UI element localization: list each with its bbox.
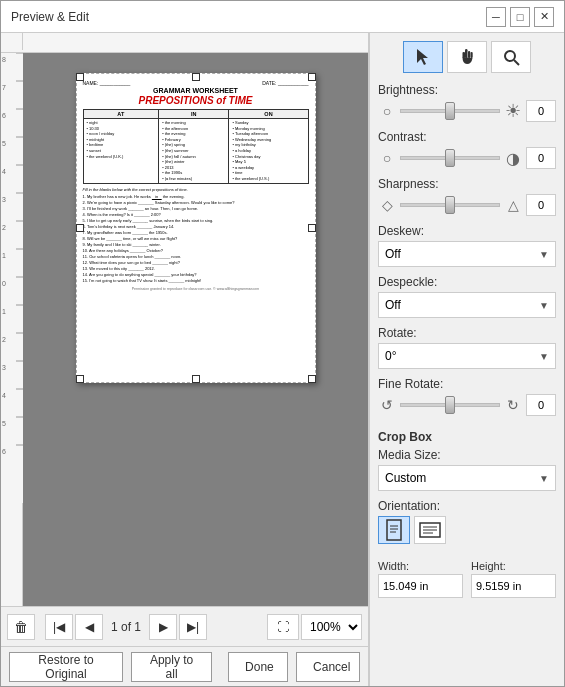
in-column: • the morning• the afternoon• the evenin… [159, 119, 229, 184]
deskew-arrow-icon: ▼ [539, 249, 549, 260]
deskew-select[interactable]: Off ▼ [378, 241, 556, 267]
apply-all-button[interactable]: Apply to all [131, 652, 212, 682]
ruler-horizontal: 0 1 2 3 4 5 6 7 [1, 33, 368, 53]
contrast-slider[interactable] [400, 156, 500, 160]
despeckle-arrow-icon: ▼ [539, 300, 549, 311]
crop-handle-tm[interactable] [192, 73, 200, 81]
brightness-slider[interactable] [400, 109, 500, 113]
done-button[interactable]: Done [228, 652, 288, 682]
ruler-corner [1, 33, 23, 50]
crop-box-header: Crop Box [378, 430, 556, 444]
tool-row [378, 41, 556, 73]
media-size-select[interactable]: Custom ▼ [378, 465, 556, 491]
rotate-value: 0° [385, 349, 396, 363]
prev-page-button[interactable]: ◀ [75, 614, 103, 640]
brightness-slider-container [400, 102, 500, 120]
svg-text:2: 2 [2, 336, 6, 343]
worksheet-table: AT IN ON • night• 10:30• noon / midday• … [83, 109, 309, 184]
close-button[interactable]: ✕ [534, 7, 554, 27]
sharpness-slider[interactable] [400, 203, 500, 207]
crop-handle-br[interactable] [308, 375, 316, 383]
svg-text:5: 5 [2, 420, 6, 427]
last-page-button[interactable]: ▶| [179, 614, 207, 640]
contrast-high-icon: ◑ [504, 149, 522, 168]
landscape-button[interactable] [414, 516, 446, 544]
crop-handle-bl[interactable] [76, 375, 84, 383]
height-input[interactable] [471, 574, 556, 598]
despeckle-label: Despeckle: [378, 275, 556, 289]
brightness-control: Brightness: ○ ☀ 0 [378, 83, 556, 122]
media-size-label: Media Size: [378, 448, 556, 462]
deskew-label: Deskew: [378, 224, 556, 238]
delete-button[interactable]: 🗑 [7, 614, 35, 640]
svg-rect-64 [468, 51, 470, 58]
zoom-select[interactable]: 100% 75% 50% 150% [301, 614, 362, 640]
rotate-select[interactable]: 0° ▼ [378, 343, 556, 369]
svg-text:5: 5 [2, 140, 6, 147]
ruler-v-svg: 8 7 6 5 4 3 2 1 [1, 53, 23, 503]
contrast-value: 0 [526, 147, 556, 169]
orientation-buttons [378, 516, 556, 544]
sharpness-value: 0 [526, 194, 556, 216]
width-input[interactable] [378, 574, 463, 598]
minimize-button[interactable]: ─ [486, 7, 506, 27]
svg-text:4: 4 [2, 392, 6, 399]
action-bar: Restore to Original Apply to all Done Ca… [1, 646, 368, 686]
brightness-high-icon: ☀ [504, 100, 522, 122]
crop-handle-ml[interactable] [76, 224, 84, 232]
fine-rotate-cw-icon: ↻ [504, 397, 522, 413]
crop-handle-tr[interactable] [308, 73, 316, 81]
fit-page-button[interactable]: ⛶ [267, 614, 299, 640]
search-tool-button[interactable] [491, 41, 531, 73]
hand-tool-button[interactable] [447, 41, 487, 73]
contrast-low-icon: ○ [378, 150, 396, 166]
contrast-control: Contrast: ○ ◑ 0 [378, 130, 556, 169]
worksheet-subtitle: GRAMMAR WORKSHEET [83, 87, 309, 94]
fill-exercises: 1. My brother has a new job. He works in… [83, 194, 309, 284]
crop-handle-tl[interactable] [76, 73, 84, 81]
fine-rotate-slider[interactable] [400, 403, 500, 407]
media-size-control: Media Size: Custom ▼ [378, 448, 556, 491]
orientation-label: Orientation: [378, 499, 556, 513]
despeckle-control: Despeckle: Off ▼ [378, 275, 556, 318]
brightness-label: Brightness: [378, 83, 556, 97]
contrast-label: Contrast: [378, 130, 556, 144]
fine-rotate-label: Fine Rotate: [378, 377, 556, 391]
svg-rect-31 [1, 53, 23, 503]
nav-toolbar: 🗑 |◀ ◀ 1 of 1 ▶ ▶| ⛶ 100% 75% 50% 150% [1, 606, 368, 646]
ruler-vertical: 8 7 6 5 4 3 2 1 [1, 53, 23, 606]
rotate-control: Rotate: 0° ▼ [378, 326, 556, 369]
permission-note: Permission granted to reproduce for clas… [83, 287, 309, 291]
despeckle-select[interactable]: Off ▼ [378, 292, 556, 318]
preview-area: 8 7 6 5 4 3 2 1 [1, 53, 368, 606]
worksheet-title: PREPOSITIONS of TIME [83, 95, 309, 106]
height-label: Height: [471, 560, 556, 572]
media-size-value: Custom [385, 471, 426, 485]
crop-handle-mr[interactable] [308, 224, 316, 232]
media-size-arrow-icon: ▼ [539, 473, 549, 484]
svg-text:0: 0 [2, 280, 6, 287]
maximize-button[interactable]: □ [510, 7, 530, 27]
select-tool-button[interactable] [403, 41, 443, 73]
next-page-button[interactable]: ▶ [149, 614, 177, 640]
svg-text:6: 6 [2, 448, 6, 455]
rotate-arrow-icon: ▼ [539, 351, 549, 362]
portrait-button[interactable] [378, 516, 410, 544]
svg-rect-69 [387, 520, 401, 540]
svg-text:1: 1 [2, 308, 6, 315]
page-content: NAME: ___________ DATE: ___________ GRAM… [77, 74, 315, 382]
brightness-low-icon: ○ [378, 103, 396, 119]
first-page-button[interactable]: |◀ [45, 614, 73, 640]
preview-panel: 0 1 2 3 4 5 6 7 [1, 33, 369, 686]
svg-text:8: 8 [2, 56, 6, 63]
width-label: Width: [378, 560, 463, 572]
svg-text:3: 3 [2, 364, 6, 371]
page-info: 1 of 1 [105, 620, 147, 634]
sharpness-low-icon: ◇ [378, 197, 396, 213]
orientation-control: Orientation: [378, 499, 556, 552]
svg-point-67 [505, 51, 515, 61]
cancel-button[interactable]: Cancel [296, 652, 360, 682]
fill-instruction: Fill in the blanks below with the correc… [83, 187, 309, 192]
restore-button[interactable]: Restore to Original [9, 652, 123, 682]
crop-handle-bm[interactable] [192, 375, 200, 383]
